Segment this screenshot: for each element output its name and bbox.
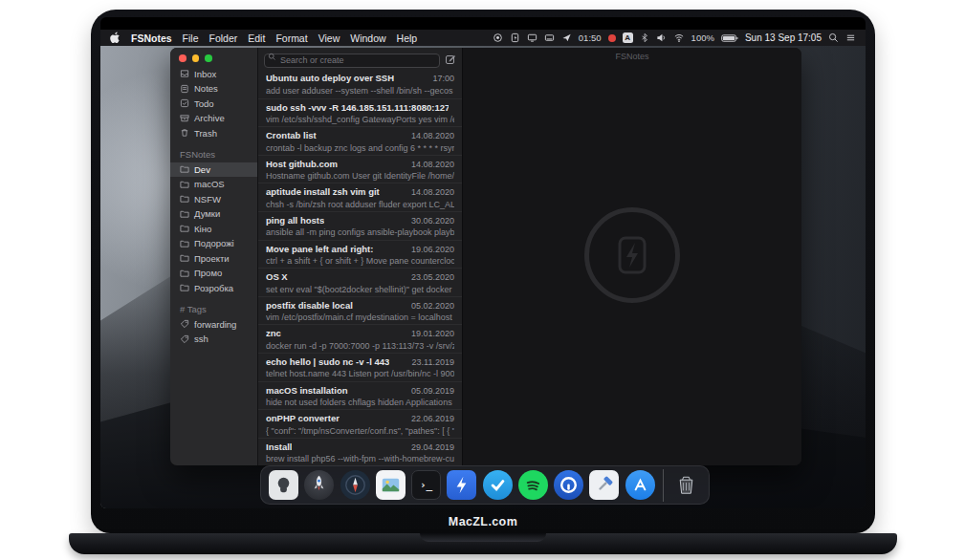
- spotify-icon[interactable]: [517, 469, 549, 502]
- sidebar-item-trash[interactable]: Trash: [170, 126, 257, 141]
- sidebar-folder-label: macOS: [194, 179, 225, 189]
- note-date: 23.11.2019: [412, 357, 454, 367]
- note-title: aptitude install zsh vim git: [266, 186, 380, 197]
- editor-pane[interactable]: FSNotes: [463, 48, 801, 465]
- minimize-button[interactable]: [192, 54, 200, 62]
- sidebar-folder-label: Dev: [194, 164, 210, 175]
- check-app-icon[interactable]: [482, 469, 514, 502]
- display-icon[interactable]: [527, 32, 537, 43]
- list-item[interactable]: onPHP converter22.06.2019{ "conf": "/tmp…: [258, 409, 462, 438]
- note-date: 05.09.2019: [411, 386, 454, 396]
- note-title: sudo ssh -vvv -R 146.185.151.111:8080:12…: [266, 102, 449, 113]
- sidebar-tag-ssh[interactable]: ssh: [170, 332, 257, 347]
- note-preview: chsh -s /bin/zsh root adduser fluder exp…: [266, 200, 454, 209]
- volume-icon[interactable]: [656, 32, 667, 43]
- sidebar-item-archive[interactable]: Archive: [170, 111, 257, 126]
- close-button[interactable]: [179, 54, 186, 62]
- list-item[interactable]: postfix disable local05.02.2020vim /etc/…: [258, 296, 462, 325]
- sidebar-tag-forwarding[interactable]: forwarding: [170, 317, 257, 333]
- folder-icon: [180, 224, 189, 233]
- sidebar: Inbox Notes Todo Archive: [170, 48, 258, 465]
- sidebar-item-inbox[interactable]: Inbox: [170, 67, 257, 82]
- folder-icon: [180, 209, 189, 219]
- list-item[interactable]: Move pane left and right:19.06.2020ctrl …: [258, 240, 462, 269]
- terminal-icon[interactable]: ›_: [410, 469, 442, 502]
- folder-icon: [180, 239, 189, 248]
- menu-window[interactable]: Window: [350, 32, 385, 44]
- battery-icon[interactable]: [721, 32, 738, 44]
- list-item[interactable]: Ubuntu auto deploy over SSH17:00add user…: [258, 70, 462, 98]
- search-input[interactable]: [264, 54, 440, 68]
- list-item[interactable]: Host github.com14.08.2020Hostname github…: [258, 155, 462, 183]
- sidebar-folder-label: Проекти: [194, 253, 230, 264]
- list-item[interactable]: OS X23.05.2020set env eval "$(boot2docke…: [258, 268, 462, 296]
- sidebar-tag-label: ssh: [194, 334, 208, 344]
- menu-folder[interactable]: Folder: [209, 32, 238, 44]
- sidebar-item-label: Archive: [194, 113, 225, 123]
- menu-app-name[interactable]: FSNotes: [131, 32, 172, 44]
- list-item[interactable]: ping all hosts30.06.2020ansible all -m p…: [258, 211, 462, 240]
- list-item[interactable]: aptitude install zsh vim git14.08.2020ch…: [258, 183, 462, 211]
- list-item[interactable]: echo hello | sudo nc -v -l 44323.11.2019…: [258, 353, 462, 381]
- notification-center-icon[interactable]: [845, 32, 856, 43]
- menu-help[interactable]: Help: [397, 32, 418, 44]
- wifi-icon[interactable]: [673, 32, 685, 43]
- launchpad-icon[interactable]: [303, 469, 335, 502]
- sidebar-folder-rozrobka[interactable]: Розробка: [170, 281, 257, 296]
- zoom-button[interactable]: [205, 54, 212, 62]
- trash-icon: [180, 128, 189, 138]
- sidebar-folder-proekty[interactable]: Проекти: [170, 251, 257, 267]
- new-note-button[interactable]: [445, 54, 456, 65]
- menu-view[interactable]: View: [318, 32, 340, 44]
- notes-scroll-area[interactable]: Ubuntu auto deploy over SSH17:00add user…: [258, 70, 462, 465]
- preview-icon[interactable]: [375, 469, 406, 502]
- sidebar-item-notes[interactable]: Notes: [170, 81, 257, 97]
- spotlight-search-icon[interactable]: [828, 32, 839, 43]
- sidebar-item-todo[interactable]: Todo: [170, 97, 257, 112]
- bluetooth-icon[interactable]: [640, 32, 649, 43]
- bolt-app-icon[interactable]: [446, 469, 477, 502]
- sidebar-section-library: FSNotes: [170, 147, 257, 162]
- paperplane-icon[interactable]: [561, 32, 572, 43]
- menu-edit[interactable]: Edit: [248, 32, 265, 44]
- onepassword-icon[interactable]: [553, 469, 584, 502]
- apple-menu-icon[interactable]: [110, 32, 121, 44]
- list-item[interactable]: Install29.04.2019brew install php56 --wi…: [258, 438, 462, 465]
- appstore-icon[interactable]: [625, 469, 656, 502]
- trash-icon[interactable]: [670, 469, 702, 502]
- tag-icon: [180, 319, 189, 329]
- menu-format[interactable]: Format: [275, 32, 307, 44]
- sidebar-folder-nsfw[interactable]: NSFW: [170, 192, 257, 207]
- keyboard-icon[interactable]: [544, 32, 555, 43]
- stop-record-icon[interactable]: [608, 34, 616, 42]
- fsnotes-logo-watermark: [584, 207, 680, 303]
- note-preview: ctrl + a shift + { or shift + } Move pan…: [266, 256, 454, 266]
- tag-icon: [180, 334, 189, 344]
- menu-file[interactable]: File: [183, 32, 199, 44]
- sidebar-folder-dev[interactable]: Dev: [170, 162, 257, 178]
- sidebar-folder-podorozhi[interactable]: Подорожі: [170, 236, 257, 251]
- input-source-indicator[interactable]: A: [623, 32, 633, 43]
- note-title: ping all hosts: [266, 215, 324, 226]
- note-preview: crontab -l backup znc logs and config 6 …: [266, 143, 454, 153]
- list-item[interactable]: znc19.01.2020docker run -d -p 7000:7000 …: [258, 324, 462, 353]
- note-preview: ansible all -m ping configs ansible-play…: [266, 227, 454, 237]
- xcode-icon[interactable]: [588, 469, 620, 502]
- search-row: [258, 48, 462, 70]
- sidebar-folder-macos[interactable]: macOS: [170, 177, 257, 192]
- screen-recording-icon[interactable]: [493, 32, 503, 43]
- sidebar-folder-promo[interactable]: Промо: [170, 266, 257, 281]
- window-controls: [170, 48, 257, 67]
- note-date: 22.06.2019: [411, 414, 454, 423]
- compass-app-icon[interactable]: [340, 469, 371, 502]
- menubar-clock[interactable]: Sun 13 Sep 17:05: [745, 32, 822, 43]
- note-preview: hide not used folders chflags hidden App…: [266, 398, 454, 407]
- desktop-wallpaper: Inbox Notes Todo Archive: [100, 46, 866, 508]
- list-item[interactable]: Crontab list14.08.2020crontab -l backup …: [258, 126, 462, 155]
- list-item[interactable]: sudo ssh -vvv -R 146.185.151.111:8080:12…: [258, 98, 462, 127]
- sidebar-folder-kino[interactable]: Кіно: [170, 222, 257, 237]
- fsnotes-status-icon[interactable]: [510, 32, 520, 43]
- list-item[interactable]: macOS installation05.09.2019hide not use…: [258, 381, 462, 410]
- app-icon-hand[interactable]: [268, 469, 299, 502]
- sidebar-folder-dumky[interactable]: Думки: [170, 206, 257, 222]
